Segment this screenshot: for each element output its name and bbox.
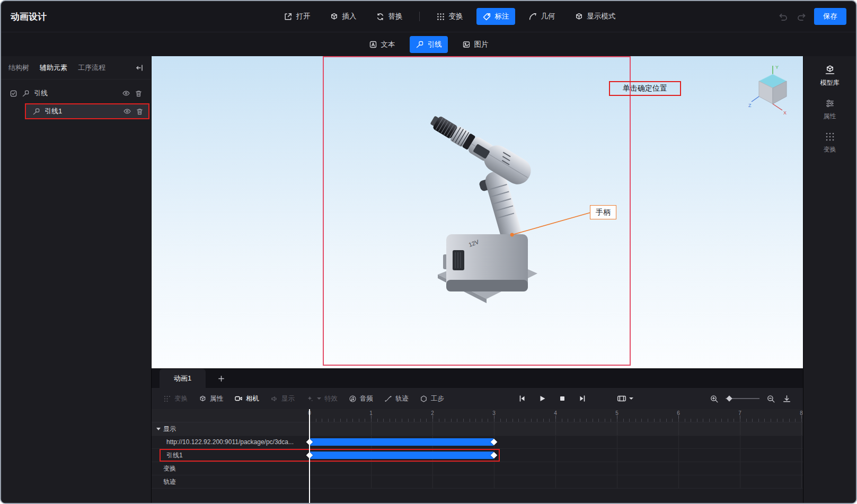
tree-group-leader[interactable]: 引线 [1, 85, 151, 102]
sidebar-item-label: 变换 [824, 145, 836, 154]
timeline-group-transform[interactable]: 变换 [152, 462, 803, 475]
zoom-in-button[interactable] [710, 394, 719, 403]
tool-transform-label: 变换 [174, 394, 188, 403]
collapse-arrow-icon[interactable] [156, 428, 161, 430]
ruler-tick-label: 5 [615, 410, 619, 416]
image-annotation-button[interactable]: 图片 [456, 36, 494, 53]
sidebar-item-properties[interactable]: 属性 [824, 98, 836, 121]
zoom-out-button[interactable] [766, 394, 775, 403]
tool-workstep-label: 工步 [431, 394, 444, 403]
stop-button[interactable] [558, 394, 567, 403]
placement-hint-box[interactable]: 单击确定位置 [609, 81, 681, 96]
zoom-in-icon [710, 394, 719, 403]
add-animation-button[interactable] [214, 369, 228, 388]
view-cube[interactable]: Y Z X [747, 63, 798, 118]
redo-icon [797, 12, 807, 22]
image-icon [462, 40, 471, 49]
zoom-out-icon [766, 394, 775, 403]
undo-button[interactable] [777, 11, 789, 23]
collapse-panel-button[interactable] [135, 64, 144, 72]
animation-tab[interactable]: 动画1 [160, 369, 206, 388]
tool-workstep[interactable]: 工步 [420, 394, 444, 403]
geometry-icon [528, 12, 537, 21]
timeline-track-model[interactable]: http://10.122.92.200:9011/package/pc/3dc… [152, 436, 803, 449]
camera-icon [234, 394, 243, 403]
sidebar-item-model-library[interactable]: 模型库 [820, 65, 840, 87]
visibility-eye-icon[interactable] [122, 89, 130, 98]
sidebar-item-transform[interactable]: 变换 [824, 131, 836, 154]
leader-label: 引线 [428, 40, 442, 49]
annotate-icon [482, 12, 491, 21]
playback-controls [518, 394, 587, 403]
leader-icon [416, 40, 424, 49]
timeline-zoom-slider[interactable] [726, 395, 759, 402]
annotate-button[interactable]: 标注 [476, 8, 515, 25]
text-annotation-button[interactable]: 文本 [363, 36, 401, 53]
export-download-button[interactable] [782, 394, 791, 403]
play-icon [538, 394, 546, 403]
display-icon [270, 395, 278, 403]
skip-back-button[interactable] [518, 394, 526, 403]
insert-button[interactable]: 插入 [324, 8, 363, 25]
skip-forward-button[interactable] [578, 394, 587, 403]
timeline-ruler[interactable]: 012345678 [152, 409, 803, 422]
slider-handle[interactable] [726, 395, 732, 401]
ruler-tick-label: 1 [369, 410, 373, 416]
skip-forward-icon [578, 394, 587, 403]
tree-item-leader1[interactable]: 引线1 [25, 103, 149, 119]
skip-back-icon [518, 394, 526, 403]
leader-annotation-box[interactable]: 手柄 [590, 205, 616, 219]
annotation-toolbar: 文本 引线 图片 [1, 32, 856, 56]
play-button[interactable] [538, 394, 546, 403]
save-button[interactable]: 保存 [814, 8, 846, 25]
left-panel-tabs: 结构树 辅助元素 工序流程 [1, 56, 151, 79]
tool-camera[interactable]: 相机 [234, 394, 259, 403]
transform-button[interactable]: 变换 [430, 8, 469, 25]
ruler-tick-label: 2 [431, 410, 434, 416]
framerate-dropdown[interactable] [614, 393, 637, 404]
ruler-tick-label: 3 [492, 410, 496, 416]
visibility-eye-icon[interactable] [123, 107, 131, 116]
checkbox-checked-icon[interactable] [10, 90, 17, 98]
timeline-group-display[interactable]: 显示 [152, 422, 803, 436]
axis-y-label: Y [775, 65, 779, 70]
center-column: 12V 单击确定位置 手柄 Y Z [152, 56, 803, 503]
sparkle-icon [306, 395, 314, 403]
right-sidebar: 模型库 属性 变换 [803, 56, 856, 503]
timeline-group-trajectory[interactable]: 轨迹 [152, 475, 803, 489]
timeline-clip-bar[interactable] [310, 438, 494, 446]
geometry-button[interactable]: 几何 [523, 8, 561, 25]
tool-properties[interactable]: 属性 [199, 394, 223, 403]
filmstrip-icon [617, 394, 626, 403]
tab-aux-elements[interactable]: 辅助元素 [40, 63, 67, 73]
timeline-clip-bar[interactable] [310, 452, 494, 459]
display-mode-button[interactable]: 显示模式 [569, 8, 622, 25]
tool-display-label: 显示 [281, 394, 295, 403]
tool-audio-label: 音频 [360, 394, 373, 403]
transform-icon [436, 12, 445, 21]
open-icon [284, 12, 293, 21]
tab-structure-tree[interactable]: 结构树 [8, 63, 29, 73]
open-button[interactable]: 打开 [278, 8, 316, 25]
redo-button[interactable] [796, 11, 808, 23]
tool-trajectory[interactable]: 轨迹 [384, 394, 409, 403]
replace-button[interactable]: 替换 [370, 8, 409, 25]
leader-annotation-button[interactable]: 引线 [410, 36, 448, 53]
replace-label: 替换 [388, 12, 403, 21]
timeline-tabs: 动画1 [152, 369, 803, 388]
tab-process-flow[interactable]: 工序流程 [78, 63, 105, 73]
tool-audio[interactable]: 音频 [349, 394, 373, 403]
track-label: 轨迹 [163, 478, 176, 487]
tool-effects[interactable]: 特效 [306, 394, 338, 403]
timeline-track-leader1[interactable]: 引线1 [152, 449, 803, 462]
playhead[interactable] [309, 409, 310, 503]
top-right-actions: 保存 [777, 8, 846, 25]
delete-trash-icon[interactable] [135, 90, 143, 98]
drill-model[interactable]: 12V [417, 114, 544, 305]
timeline-tracks: 显示 http://10.122.92.200:9011/package/pc/… [152, 422, 803, 489]
tool-transform[interactable]: 变换 [163, 394, 188, 403]
delete-trash-icon[interactable] [136, 108, 144, 116]
timeline-body: 012345678 显示 http://10.122.92.200:9011/p… [152, 409, 803, 503]
viewport-3d[interactable]: 12V 单击确定位置 手柄 Y Z [152, 56, 803, 368]
tool-display[interactable]: 显示 [270, 394, 295, 403]
